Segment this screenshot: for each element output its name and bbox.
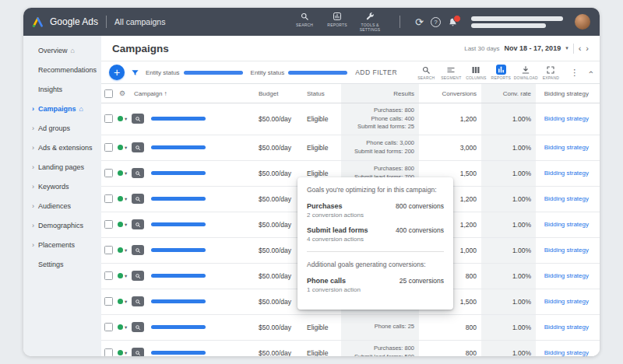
budget-cell[interactable]: $50.00/day <box>254 238 302 263</box>
sidebar-item-keywords[interactable]: Keywords <box>23 177 101 196</box>
campaign-name-redacted[interactable] <box>151 145 206 149</box>
more-options-icon[interactable] <box>568 68 581 78</box>
search-button[interactable]: SEARCH <box>290 12 319 32</box>
campaign-status-toggle[interactable] <box>115 238 129 263</box>
campaign-status-toggle[interactable] <box>115 341 129 357</box>
expand-tool-button[interactable]: EXPAND <box>540 65 561 80</box>
table-row[interactable]: $50.00/day Eligible Phone calls: 25 800 … <box>101 315 600 341</box>
avatar[interactable] <box>575 14 590 30</box>
download-tool-button[interactable]: DOWNLOAD <box>515 65 537 80</box>
budget-cell[interactable]: $50.00/day <box>254 289 302 314</box>
column-header-budget[interactable]: Budget <box>254 84 302 103</box>
notifications-button[interactable] <box>448 17 458 27</box>
budget-cell[interactable]: $50.00/day <box>254 161 302 186</box>
sidebar-item-placements[interactable]: Placements <box>23 235 101 254</box>
reports-tool-button[interactable]: REPORTS <box>490 65 512 80</box>
campaign-status-toggle[interactable] <box>115 135 129 160</box>
row-checkbox[interactable] <box>104 169 113 177</box>
segment-tool-button[interactable]: SEGMENT <box>440 65 462 80</box>
filter-icon[interactable] <box>131 68 139 77</box>
row-checkbox[interactable] <box>104 323 113 331</box>
budget-cell[interactable]: $50.00/day <box>254 135 302 160</box>
row-checkbox[interactable] <box>104 246 113 254</box>
bidding-strategy-link[interactable]: Bidding strategy <box>544 221 589 228</box>
row-checkbox[interactable] <box>104 114 113 123</box>
bidding-strategy-link[interactable]: Bidding strategy <box>544 272 589 279</box>
table-row[interactable]: $50.00/day Eligible Purchases: 800Submit… <box>101 341 600 357</box>
previous-period-button[interactable] <box>579 44 582 52</box>
budget-cell[interactable]: $50.00/day <box>254 341 302 357</box>
sidebar-item-ad-groups[interactable]: Ad groups <box>23 118 101 138</box>
filter-chip-entity-status[interactable]: Entity status <box>146 69 243 76</box>
reports-button[interactable]: REPORTS <box>322 12 352 32</box>
campaign-status-toggle[interactable] <box>115 264 129 289</box>
column-header-status[interactable]: Status <box>302 84 341 103</box>
chevron-right-icon <box>32 124 38 132</box>
column-header-conv-rate[interactable]: Conv. rate <box>481 84 536 103</box>
column-header-campaign[interactable]: Campaign <box>129 84 254 103</box>
column-header-results[interactable]: Results <box>341 84 419 103</box>
campaign-name-redacted[interactable] <box>151 171 206 175</box>
campaign-name-redacted[interactable] <box>151 274 206 278</box>
row-checkbox[interactable] <box>104 297 113 306</box>
chevron-down-icon[interactable] <box>565 45 568 51</box>
help-icon[interactable] <box>431 17 441 27</box>
budget-cell[interactable]: $50.00/day <box>254 212 302 237</box>
campaign-status-toggle[interactable] <box>115 289 129 314</box>
add-campaign-button[interactable] <box>109 65 125 80</box>
campaign-status-toggle[interactable] <box>115 187 129 212</box>
select-all-checkbox[interactable] <box>104 89 113 98</box>
campaign-status-toggle[interactable] <box>115 103 129 135</box>
column-header-bidding-strategy[interactable]: Bidding strategy <box>536 84 593 103</box>
campaign-name-redacted[interactable] <box>151 351 206 355</box>
budget-cell[interactable]: $50.00/day <box>254 187 302 212</box>
campaign-name-redacted[interactable] <box>151 299 206 303</box>
budget-cell[interactable]: $50.00/day <box>254 315 302 340</box>
bidding-strategy-link[interactable]: Bidding strategy <box>544 349 589 356</box>
sidebar-item-settings[interactable]: Settings <box>23 254 101 274</box>
row-checkbox[interactable] <box>104 271 113 280</box>
row-checkbox[interactable] <box>104 194 113 203</box>
gear-icon[interactable] <box>119 89 125 97</box>
bidding-strategy-link[interactable]: Bidding strategy <box>544 115 589 122</box>
bidding-strategy-link[interactable]: Bidding strategy <box>544 144 589 151</box>
campaign-status-toggle[interactable] <box>115 212 129 237</box>
add-filter-button[interactable]: ADD FILTER <box>355 68 397 76</box>
budget-cell[interactable]: $50.00/day <box>254 103 302 135</box>
bidding-strategy-link[interactable]: Bidding strategy <box>544 298 589 305</box>
row-checkbox[interactable] <box>104 348 113 356</box>
collapse-toolbar-icon[interactable] <box>586 71 595 74</box>
bidding-strategy-link[interactable]: Bidding strategy <box>544 247 589 254</box>
campaign-name-redacted[interactable] <box>151 248 206 252</box>
refresh-icon[interactable] <box>415 15 424 29</box>
sidebar-item-audiences[interactable]: Audiences <box>23 196 101 215</box>
campaign-name-redacted[interactable] <box>151 117 206 121</box>
campaign-name-redacted[interactable] <box>151 222 206 226</box>
sidebar-item-insights[interactable]: Insights <box>23 79 101 99</box>
tools-button[interactable]: TOOLS & SETTINGS <box>355 12 385 32</box>
sidebar-item-demographics[interactable]: Demographics <box>23 215 101 235</box>
campaign-status-toggle[interactable] <box>115 315 129 340</box>
bidding-strategy-link[interactable]: Bidding strategy <box>544 170 589 177</box>
search-tool-button[interactable]: SEARCH <box>415 65 437 80</box>
sidebar-item-campaigns[interactable]: Campaigns <box>23 99 101 118</box>
campaign-name-redacted[interactable] <box>151 325 206 329</box>
sidebar-item-ads-extensions[interactable]: Ads & extensions <box>23 138 101 157</box>
filter-chip-entity-status[interactable]: Entity status <box>251 69 348 76</box>
campaign-name-redacted[interactable] <box>151 197 206 201</box>
sidebar-item-recommendations[interactable]: Recommendations <box>23 60 101 79</box>
sidebar-item-landing-pages[interactable]: Landing pages <box>23 157 101 177</box>
columns-tool-button[interactable]: COLUMNS <box>465 65 487 80</box>
budget-cell[interactable]: $50.00/day <box>254 264 302 289</box>
date-range-value[interactable]: Nov 18 - 17, 2019 <box>505 44 561 52</box>
column-header-conversions[interactable]: Conversions <box>419 84 481 103</box>
row-checkbox[interactable] <box>104 220 113 229</box>
bidding-strategy-link[interactable]: Bidding strategy <box>544 324 589 331</box>
next-period-button[interactable] <box>586 44 589 52</box>
row-checkbox[interactable] <box>104 143 113 152</box>
campaign-status-toggle[interactable] <box>115 161 129 186</box>
bidding-strategy-link[interactable]: Bidding strategy <box>544 195 589 202</box>
table-row[interactable]: $50.00/day Eligible Purchases: 800Phone … <box>101 103 600 135</box>
table-row[interactable]: $50.00/day Eligible Phone calls: 3,000Su… <box>101 135 600 161</box>
sidebar-item-overview[interactable]: Overview <box>23 40 101 60</box>
